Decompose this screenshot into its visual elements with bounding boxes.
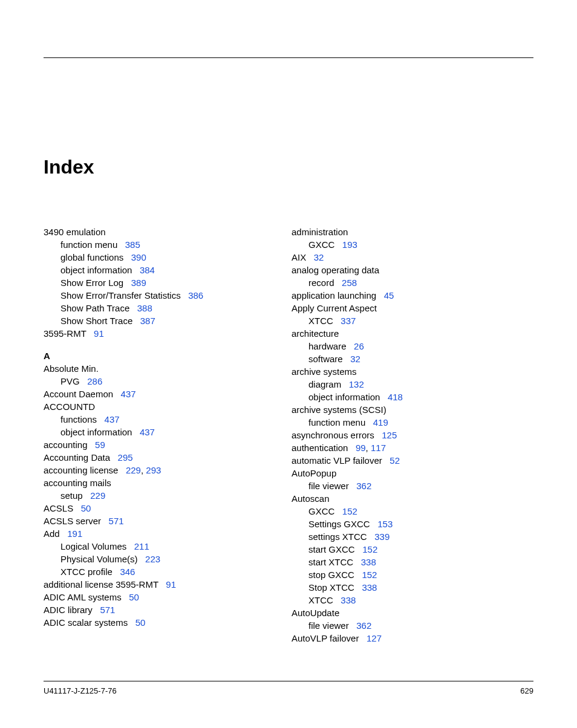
index-entry: hardware 26 bbox=[292, 340, 497, 353]
index-term: AutoUpdate bbox=[292, 608, 339, 618]
page-ref-link[interactable]: 338 bbox=[341, 595, 356, 605]
page-ref-link[interactable]: 286 bbox=[87, 376, 102, 386]
page-ref-link[interactable]: 571 bbox=[109, 516, 124, 526]
page-ref-link[interactable]: 50 bbox=[129, 592, 139, 602]
index-term: Apply Current Aspect bbox=[292, 303, 377, 313]
index-entry: function menu 419 bbox=[292, 416, 497, 429]
page-ref-link[interactable]: 293 bbox=[146, 465, 161, 475]
page-ref-link[interactable]: 132 bbox=[349, 379, 364, 389]
index-entry: authentication 99, 117 bbox=[292, 441, 497, 454]
page-ref-link[interactable]: 437 bbox=[140, 427, 155, 437]
index-term: record bbox=[308, 278, 334, 288]
index-entry: function menu 385 bbox=[44, 238, 249, 251]
index-term: object information bbox=[308, 392, 380, 402]
page-ref-link[interactable]: 258 bbox=[342, 278, 357, 288]
index-entry: administration bbox=[292, 226, 497, 238]
page-ref-link[interactable]: 337 bbox=[341, 316, 356, 326]
page-ref-link[interactable]: 191 bbox=[67, 528, 82, 539]
page-ref-link[interactable]: 362 bbox=[356, 481, 371, 491]
page-ref-link[interactable]: 50 bbox=[81, 503, 91, 513]
page-ref-link[interactable]: 153 bbox=[377, 519, 393, 529]
index-entry: object information 384 bbox=[44, 264, 249, 276]
page-ref-link[interactable]: 32 bbox=[314, 252, 324, 262]
index-entry: XTCC profile 346 bbox=[44, 565, 249, 578]
page-ref-link[interactable]: 419 bbox=[373, 417, 388, 427]
page-ref-link[interactable]: 223 bbox=[145, 554, 160, 564]
index-entry: architecture bbox=[292, 327, 497, 340]
page-ref-link[interactable]: 388 bbox=[137, 303, 152, 313]
page-ref-link[interactable]: 211 bbox=[134, 541, 149, 551]
index-term: asynchronous errors bbox=[292, 430, 374, 440]
page-ref-link[interactable]: 32 bbox=[350, 354, 360, 364]
page-ref-link[interactable]: 229 bbox=[126, 465, 141, 475]
page-ref-link[interactable]: 387 bbox=[140, 316, 155, 326]
page-ref-link[interactable]: 390 bbox=[131, 252, 146, 262]
index-term: Show Error/Transfer Statistics bbox=[60, 290, 181, 301]
index-term: XTCC bbox=[308, 316, 333, 326]
page-ref-link[interactable]: 125 bbox=[382, 430, 397, 440]
index-term: object information bbox=[60, 265, 132, 275]
page-ref-link[interactable]: 45 bbox=[384, 290, 394, 301]
page-ref-link[interactable]: 117 bbox=[371, 443, 386, 453]
page-ref-link[interactable]: 52 bbox=[390, 455, 400, 466]
index-entry: accounting 59 bbox=[44, 438, 249, 451]
index-entry: ACCOUNTD bbox=[44, 400, 249, 413]
page-ref-link[interactable]: 152 bbox=[362, 570, 377, 580]
page-ref-link[interactable]: 50 bbox=[135, 617, 146, 628]
page-ref-link[interactable]: 437 bbox=[121, 389, 136, 399]
index-term: Show Error Log bbox=[60, 278, 123, 288]
page-ref-link[interactable]: 384 bbox=[140, 265, 155, 275]
page-ref-link[interactable]: 571 bbox=[100, 605, 115, 615]
index-entry: Apply Current Aspect bbox=[292, 302, 497, 314]
page-ref-link[interactable]: 152 bbox=[362, 544, 377, 554]
page-ref-link[interactable]: 418 bbox=[388, 392, 403, 402]
page-ref-link[interactable]: 26 bbox=[354, 341, 364, 351]
index-entry: Autoscan bbox=[292, 492, 497, 505]
index-entry: Show Error/Transfer Statistics 386 bbox=[44, 289, 249, 302]
page-ref-link[interactable]: 385 bbox=[125, 239, 140, 250]
page-ref-link[interactable]: 193 bbox=[342, 239, 357, 250]
index-entry: Show Error Log 389 bbox=[44, 276, 249, 289]
index-entry: start GXCC 152 bbox=[292, 543, 497, 556]
page-ref-link[interactable]: 99 bbox=[356, 443, 366, 453]
index-entry: archive systems (SCSI) bbox=[292, 403, 497, 416]
page-ref-link[interactable]: 389 bbox=[131, 278, 146, 288]
index-term: Settings GXCC bbox=[308, 519, 370, 529]
index-entry: analog operating data bbox=[292, 264, 497, 276]
index-entry: settings XTCC 339 bbox=[292, 530, 497, 543]
index-term: administration bbox=[292, 227, 348, 237]
index-entry: application launching 45 bbox=[292, 289, 497, 302]
index-term: ACCOUNTD bbox=[44, 401, 95, 412]
page-ref-link[interactable]: 91 bbox=[94, 328, 104, 339]
page-ref-link[interactable]: 127 bbox=[367, 633, 382, 643]
page-ref-link[interactable]: 295 bbox=[118, 452, 133, 463]
page-ref-link[interactable]: 362 bbox=[356, 620, 371, 631]
page-ref-link[interactable]: 338 bbox=[361, 557, 376, 567]
index-term: stop GXCC bbox=[308, 570, 354, 580]
index-term: Physical Volume(s) bbox=[60, 554, 138, 564]
index-term: Account Daemon bbox=[44, 389, 113, 399]
page-ref-link[interactable]: 346 bbox=[120, 567, 135, 577]
index-term: ACSLS server bbox=[44, 516, 101, 526]
page-ref-link[interactable]: 339 bbox=[374, 531, 390, 542]
index-entry: accounting license 229, 293 bbox=[44, 464, 249, 476]
page-ref-link[interactable]: 386 bbox=[188, 290, 203, 301]
index-term: GXCC bbox=[308, 506, 334, 516]
page-ref-link[interactable]: 91 bbox=[166, 579, 176, 590]
page-ref-link[interactable]: 152 bbox=[342, 506, 357, 516]
page-ref-link[interactable]: 229 bbox=[90, 490, 105, 501]
index-term: ADIC AML systems bbox=[44, 592, 122, 602]
page-ref-link[interactable]: 59 bbox=[95, 440, 105, 450]
index-entry: global functions 390 bbox=[44, 251, 249, 264]
index-entry: diagram 132 bbox=[292, 378, 497, 391]
index-term: 3595-RMT bbox=[44, 328, 86, 339]
index-entry: object information 437 bbox=[44, 426, 249, 438]
index-entry: Physical Volume(s) 223 bbox=[44, 553, 249, 565]
page-ref-link[interactable]: 338 bbox=[362, 582, 377, 593]
page-ref-separator: , bbox=[366, 443, 371, 453]
index-term: ADIC scalar systems bbox=[44, 617, 128, 628]
index-entry: additional license 3595-RMT 91 bbox=[44, 578, 249, 591]
header-rule bbox=[44, 57, 533, 58]
page-ref-link[interactable]: 437 bbox=[105, 414, 120, 424]
index-entry: 3490 emulation bbox=[44, 226, 249, 238]
